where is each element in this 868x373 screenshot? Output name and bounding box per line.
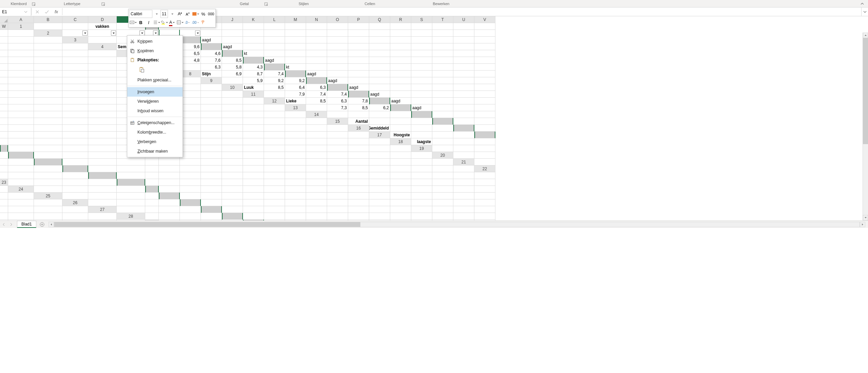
cell[interactable] [34, 111, 62, 118]
menu-item-unhide[interactable]: Zichtbaar maken [127, 146, 183, 156]
cell[interactable] [327, 165, 348, 172]
cell[interactable]: Aantal [348, 118, 369, 125]
cell[interactable] [88, 71, 117, 77]
cell[interactable] [327, 125, 348, 132]
cell[interactable] [88, 138, 117, 145]
row-header[interactable]: 2 [34, 30, 62, 37]
cell[interactable]: laagste [411, 138, 432, 145]
font-name-drop-icon[interactable] [153, 10, 160, 18]
cell[interactable] [264, 138, 285, 145]
cell[interactable] [390, 104, 411, 111]
cell[interactable] [88, 111, 117, 118]
cell[interactable] [243, 138, 264, 145]
cell[interactable] [327, 186, 348, 193]
row-header[interactable]: 24 [8, 186, 34, 193]
cell[interactable] [0, 43, 8, 50]
cell[interactable] [306, 57, 327, 64]
cell[interactable] [327, 179, 348, 186]
cell[interactable] [327, 213, 348, 220]
cell[interactable] [474, 145, 495, 152]
cell[interactable] [411, 50, 432, 57]
cell[interactable] [369, 138, 390, 145]
cell[interactable]: 8,5 [222, 57, 243, 64]
cell[interactable] [34, 199, 62, 206]
cell[interactable] [369, 172, 390, 179]
cell[interactable] [432, 23, 453, 30]
vertical-scrollbar[interactable] [863, 33, 868, 220]
cell[interactable] [348, 213, 369, 220]
cell[interactable] [222, 199, 243, 206]
cell[interactable] [306, 43, 327, 50]
cell[interactable] [8, 159, 34, 165]
cell[interactable] [88, 179, 117, 186]
cell[interactable] [243, 111, 264, 118]
cell[interactable] [285, 43, 306, 50]
cell[interactable] [369, 118, 390, 125]
cell[interactable] [180, 132, 201, 138]
cell[interactable] [159, 165, 180, 172]
cell[interactable] [411, 186, 432, 193]
cell[interactable] [88, 165, 117, 172]
cell[interactable] [327, 145, 348, 152]
cell[interactable] [222, 165, 243, 172]
cell[interactable] [285, 165, 306, 172]
cell[interactable] [264, 165, 285, 172]
cell[interactable] [390, 159, 411, 165]
cell[interactable] [0, 50, 8, 57]
cell[interactable]: 6,3 [327, 98, 348, 104]
cell[interactable] [411, 43, 432, 50]
cell[interactable] [453, 84, 474, 91]
cell[interactable] [0, 118, 8, 125]
menu-item-cut[interactable]: Knippen [127, 37, 183, 46]
cell[interactable] [264, 193, 285, 199]
cell[interactable] [369, 199, 390, 206]
cell[interactable] [348, 71, 369, 77]
cell[interactable] [285, 50, 306, 57]
cell[interactable] [411, 91, 432, 98]
cell[interactable] [0, 199, 8, 206]
cell[interactable] [243, 152, 264, 159]
cell[interactable] [222, 206, 243, 213]
cell[interactable] [327, 50, 348, 57]
cell[interactable] [390, 179, 411, 186]
cell[interactable] [62, 91, 88, 98]
cell[interactable] [432, 138, 453, 145]
cell[interactable]: 7,4 [327, 91, 348, 98]
cell[interactable] [432, 199, 453, 206]
scroll-down-icon[interactable] [863, 215, 868, 220]
cell[interactable] [159, 206, 180, 213]
cell[interactable] [327, 193, 348, 199]
cell[interactable] [62, 206, 88, 213]
cell[interactable] [222, 125, 243, 132]
cell[interactable] [453, 132, 474, 138]
cell[interactable] [390, 206, 411, 213]
cell[interactable] [453, 50, 474, 57]
cell[interactable] [348, 77, 369, 84]
cell[interactable] [88, 50, 117, 57]
cell[interactable] [180, 179, 201, 186]
cell[interactable] [201, 104, 222, 111]
tab-nav-prev-icon[interactable] [1, 221, 7, 228]
cell[interactable] [243, 23, 264, 30]
column-header[interactable]: N [306, 16, 327, 23]
cell[interactable] [222, 98, 243, 104]
cell[interactable] [34, 98, 62, 104]
cell[interactable] [390, 111, 411, 118]
cell[interactable] [453, 213, 474, 220]
borders-icon[interactable] [176, 18, 184, 26]
cell[interactable]: aagd [306, 71, 327, 77]
menu-item-paste-special[interactable]: Plakken speciaal... [127, 75, 183, 85]
row-header[interactable]: 9 [201, 77, 222, 84]
cell[interactable] [243, 98, 264, 104]
cell[interactable] [474, 30, 495, 37]
cell[interactable] [8, 111, 34, 118]
fill-color-icon[interactable] [161, 18, 168, 26]
cell[interactable] [327, 138, 348, 145]
cell[interactable] [474, 57, 495, 64]
cell[interactable]: 5,8 [222, 64, 243, 71]
percent-icon[interactable]: % [200, 10, 207, 18]
cell[interactable] [327, 43, 348, 50]
cell[interactable] [159, 172, 180, 179]
cell[interactable] [411, 30, 432, 37]
cell[interactable] [62, 104, 88, 111]
